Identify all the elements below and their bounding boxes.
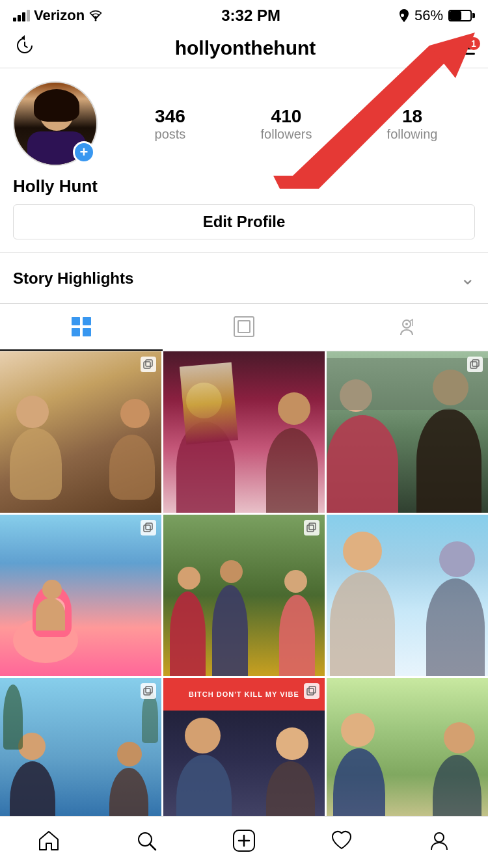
svg-rect-16 xyxy=(144,525,150,532)
svg-rect-15 xyxy=(472,360,479,366)
posts-stat: 346 posts xyxy=(155,106,186,142)
svg-rect-6 xyxy=(72,328,80,336)
list-icon xyxy=(233,316,255,338)
notification-badge: 1 xyxy=(467,37,480,50)
posts-count: 346 xyxy=(155,106,185,127)
svg-rect-9 xyxy=(238,321,250,332)
profile-icon xyxy=(427,829,451,852)
svg-rect-13 xyxy=(146,360,152,366)
grid-photo-9[interactable] xyxy=(327,678,488,839)
nav-activity[interactable] xyxy=(293,829,390,852)
following-label: following xyxy=(387,127,438,142)
svg-rect-22 xyxy=(307,688,314,695)
following-stat[interactable]: 18 following xyxy=(387,106,438,142)
history-button[interactable] xyxy=(13,34,36,62)
grid-icon xyxy=(70,316,92,338)
add-icon xyxy=(232,829,256,852)
nav-profile[interactable] xyxy=(390,829,488,852)
multi-photo-icon xyxy=(467,357,483,372)
followers-stat[interactable]: 410 followers xyxy=(261,106,312,142)
stats-row: 346 posts 410 followers 18 following xyxy=(117,106,475,142)
svg-rect-19 xyxy=(309,523,316,530)
nav-search[interactable] xyxy=(98,829,195,852)
tagged-icon xyxy=(396,316,418,338)
svg-rect-12 xyxy=(144,362,150,368)
tab-tagged[interactable] xyxy=(325,304,488,351)
svg-rect-20 xyxy=(144,688,150,695)
grid-photo-3[interactable] xyxy=(327,351,488,513)
signal-icon xyxy=(13,10,30,21)
chevron-down-icon: ⌄ xyxy=(460,267,475,289)
svg-rect-18 xyxy=(307,525,314,532)
menu-button-wrap[interactable]: 1 xyxy=(454,42,475,55)
heart-icon xyxy=(330,829,353,852)
grid-photo-8[interactable]: BITCH DON'T KILL MY VIBE xyxy=(163,678,325,839)
nav-add[interactable] xyxy=(195,829,293,852)
add-story-button[interactable]: + xyxy=(73,141,95,163)
time-display: 3:32 PM xyxy=(221,7,280,25)
grid-photo-2[interactable] xyxy=(163,351,325,513)
followers-count: 410 xyxy=(271,106,302,127)
multi-photo-icon xyxy=(304,683,319,699)
avatar-wrap: + xyxy=(13,81,98,166)
multi-photo-icon xyxy=(141,357,156,372)
multi-photo-icon xyxy=(141,683,156,699)
location-icon xyxy=(399,9,409,22)
svg-rect-5 xyxy=(83,317,91,325)
story-highlights[interactable]: Story Highlights ⌄ xyxy=(0,252,488,304)
svg-rect-8 xyxy=(234,317,254,336)
profile-username-header: hollyonthehunt xyxy=(175,37,316,59)
svg-rect-21 xyxy=(146,686,152,693)
wifi-icon xyxy=(88,10,103,21)
svg-point-11 xyxy=(405,323,408,325)
bottom-navigation xyxy=(0,816,488,868)
multi-photo-icon xyxy=(141,520,156,536)
header: hollyonthehunt 1 xyxy=(0,29,488,68)
tab-list[interactable] xyxy=(163,304,325,351)
battery-percent: 56% xyxy=(414,7,443,24)
carrier-label: Verizon xyxy=(34,7,85,24)
profile-section: + 346 posts 410 followers 18 following H… xyxy=(0,68,488,246)
battery-icon xyxy=(448,10,475,21)
svg-point-29 xyxy=(435,833,444,842)
grid-photo-6[interactable] xyxy=(327,515,488,676)
grid-photo-5[interactable] xyxy=(163,515,325,676)
home-icon xyxy=(37,829,61,852)
posts-label: posts xyxy=(155,127,186,142)
svg-rect-4 xyxy=(72,317,80,325)
svg-rect-7 xyxy=(83,328,91,336)
edit-profile-button[interactable]: Edit Profile xyxy=(13,204,475,239)
view-tabs xyxy=(0,304,488,351)
story-highlights-label: Story Highlights xyxy=(13,269,133,288)
multi-photo-icon xyxy=(304,520,319,536)
svg-rect-17 xyxy=(146,523,152,530)
svg-line-25 xyxy=(150,844,156,850)
followers-label: followers xyxy=(261,127,312,142)
following-count: 18 xyxy=(402,106,422,127)
display-name: Holly Hunt xyxy=(13,176,475,197)
svg-rect-14 xyxy=(470,362,477,368)
status-bar: Verizon 3:32 PM 56% xyxy=(0,0,488,29)
tab-grid[interactable] xyxy=(0,304,163,351)
search-icon xyxy=(135,829,158,852)
svg-rect-23 xyxy=(309,686,316,693)
nav-home[interactable] xyxy=(0,829,98,852)
svg-point-0 xyxy=(95,20,97,21)
grid-photo-7[interactable] xyxy=(0,678,161,839)
photo-grid: BITCH DON'T KILL MY VIBE xyxy=(0,351,488,839)
grid-photo-4[interactable] xyxy=(0,515,161,676)
grid-photo-1[interactable] xyxy=(0,351,161,513)
